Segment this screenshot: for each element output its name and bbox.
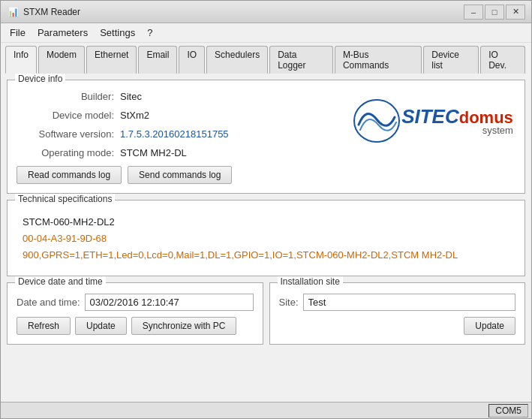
menu-parameters[interactable]: Parameters	[32, 25, 94, 41]
tab-device-list[interactable]: Device list	[423, 46, 479, 74]
close-button[interactable]: ✕	[506, 5, 525, 20]
menu-file[interactable]: File	[4, 25, 32, 41]
builder-value: Sitec	[120, 91, 142, 102]
installation-title: Installation site	[278, 276, 343, 287]
software-value: 1.7.5.3.20160218151755	[120, 128, 229, 140]
mode-value: STCM MH2-DL	[120, 147, 187, 158]
window-controls: – □ ✕	[464, 5, 525, 20]
date-time-group: Device date and time Date and time: Refr…	[7, 282, 263, 345]
menu-help[interactable]: ?	[141, 25, 158, 41]
mode-label: Operating mode:	[17, 147, 114, 158]
window-title: STXM Reader	[23, 7, 464, 17]
site-row: Site:	[279, 294, 516, 311]
logo-system: system	[401, 125, 513, 136]
update-site-button[interactable]: Update	[464, 317, 515, 335]
tab-schedulers[interactable]: Schedulers	[206, 46, 268, 74]
software-label: Software version:	[17, 128, 114, 140]
site-input[interactable]	[303, 294, 515, 311]
sync-button[interactable]: Synchronize with PC	[131, 317, 237, 335]
logo-area: SITECdomus system	[350, 91, 515, 151]
date-buttons: Refresh Update Synchronize with PC	[17, 317, 254, 335]
device-info-content: Builder: Sitec Device model: StXm2 Softw…	[17, 91, 515, 184]
tab-info[interactable]: Info	[5, 46, 37, 74]
title-bar: 📊 STXM Reader – □ ✕	[1, 1, 531, 23]
device-info-group: Device info Builder: Sitec Device model:…	[7, 80, 525, 194]
sitec-logo: SITECdomus system	[353, 98, 513, 143]
builder-label: Builder:	[17, 91, 114, 102]
device-info-fields: Builder: Sitec Device model: StXm2 Softw…	[17, 91, 350, 184]
tech-specs-group: Technical specifications STCM-060-MH2-DL…	[7, 200, 525, 276]
site-label: Site:	[279, 297, 299, 308]
mode-row: Operating mode: STCM MH2-DL	[17, 147, 350, 158]
window-icon: 📊	[7, 6, 19, 18]
menu-bar: File Parameters Settings ?	[1, 23, 531, 43]
refresh-button[interactable]: Refresh	[17, 317, 71, 335]
date-time-title: Device date and time	[15, 276, 106, 287]
tech-specs-title: Technical specifications	[15, 194, 115, 204]
tabs-bar: Info Modem Ethernet Email IO Schedulers …	[1, 43, 531, 74]
tab-ethernet[interactable]: Ethernet	[86, 46, 137, 74]
date-row: Date and time:	[17, 294, 254, 311]
logo-text: SITECdomus system	[401, 106, 513, 137]
bottom-row: Device date and time Date and time: Refr…	[7, 282, 525, 345]
content-area: Device info Builder: Sitec Device model:…	[1, 74, 531, 402]
tech-line-2: 00-04-A3-91-9D-68	[23, 231, 509, 247]
logo-sitec-text: SITECdomus	[401, 106, 513, 128]
date-input[interactable]	[85, 294, 254, 311]
send-commands-button[interactable]: Send commands log	[128, 166, 232, 184]
update-date-button[interactable]: Update	[75, 317, 127, 335]
tab-modem[interactable]: Modem	[38, 46, 85, 74]
maximize-button[interactable]: □	[485, 5, 504, 20]
site-buttons: Update	[279, 317, 516, 335]
tech-line-3: 900,GPRS=1,ETH=1,Led=0,Lcd=0,Mail=1,DL=1…	[23, 247, 509, 264]
tech-line-1: STCM-060-MH2-DL2	[23, 214, 509, 231]
read-commands-button[interactable]: Read commands log	[17, 166, 122, 184]
tech-specs-content: STCM-060-MH2-DL2 00-04-A3-91-9D-68 900,G…	[17, 211, 515, 267]
tab-data-logger[interactable]: Data Logger	[269, 46, 333, 74]
model-row: Device model: StXm2	[17, 110, 350, 121]
builder-row: Builder: Sitec	[17, 91, 350, 102]
status-bar: COM5	[1, 402, 531, 418]
software-row: Software version: 1.7.5.3.20160218151755	[17, 128, 350, 140]
logo-emblem	[353, 98, 401, 143]
logo-domus: domus	[459, 109, 513, 127]
tab-mbus-commands[interactable]: M-Bus Commands	[335, 46, 422, 74]
com-status: COM5	[488, 404, 528, 417]
tab-io[interactable]: IO	[179, 46, 205, 74]
commands-buttons: Read commands log Send commands log	[17, 166, 350, 184]
installation-group: Installation site Site: Update	[269, 282, 526, 345]
main-window: 📊 STXM Reader – □ ✕ File Parameters Sett…	[0, 0, 532, 419]
tab-io-dev[interactable]: IO Dev.	[480, 46, 525, 74]
minimize-button[interactable]: –	[464, 5, 483, 20]
device-info-title: Device info	[15, 74, 65, 84]
model-value: StXm2	[120, 110, 149, 121]
model-label: Device model:	[17, 110, 114, 121]
menu-settings[interactable]: Settings	[94, 25, 141, 41]
date-label: Date and time:	[17, 297, 80, 308]
logo-sitec: SITEC	[401, 106, 459, 128]
tab-email[interactable]: Email	[138, 46, 177, 74]
